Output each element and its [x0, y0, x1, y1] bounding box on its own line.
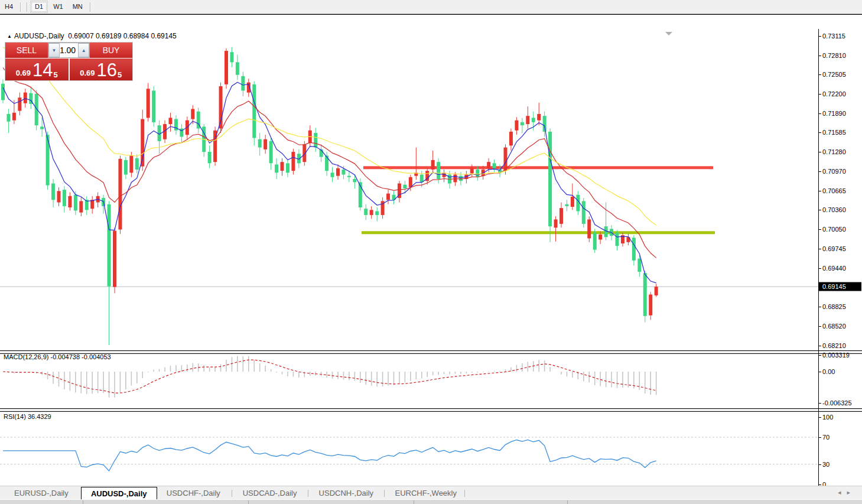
tab-audusddaily[interactable]: AUDUSD-,Daily: [81, 487, 157, 500]
rsi-axis-tick: [819, 485, 821, 485]
macd-panel-canvas[interactable]: [0, 353, 818, 408]
candle: [236, 55, 239, 80]
candle-body: [108, 204, 111, 287]
tab-usdcaddaily[interactable]: USDCAD-,Daily: [233, 487, 307, 499]
candle-body: [63, 190, 66, 206]
candle: [63, 186, 66, 213]
candle-body: [515, 121, 518, 131]
chart-title: ▲AUDUSD-,Daily 0.69007 0.69189 0.68984 0…: [7, 32, 177, 40]
timeframe-button-w1[interactable]: W1: [49, 1, 67, 12]
sell-button[interactable]: SELL: [5, 43, 48, 58]
candle-body: [375, 211, 379, 214]
chart-symbol-label: AUDUSD-,Daily: [14, 32, 64, 40]
status-divider: [567, 500, 568, 504]
candle-body: [526, 116, 529, 124]
price-axis-tick: [819, 326, 821, 327]
macd-axis-label: 0.00: [822, 368, 835, 375]
price-axis-label: 0.70970: [822, 168, 846, 175]
candle-body: [632, 238, 636, 260]
symbol-marker-icon: ▲: [7, 34, 12, 39]
candle: [370, 206, 373, 219]
price-axis-tick: [819, 56, 821, 56]
candle-body: [487, 162, 490, 168]
tab-scroll-left-icon[interactable]: ◂: [838, 489, 847, 496]
candle-body: [135, 158, 139, 170]
candle-body: [470, 168, 474, 174]
tab-eurchfweekly[interactable]: EURCHF-,Weekly: [386, 487, 467, 499]
candle: [587, 216, 591, 242]
candle: [29, 87, 32, 109]
price-axis-label: 0.70665: [822, 187, 846, 194]
candle-body: [79, 201, 83, 212]
candle-body: [269, 141, 273, 163]
candle: [18, 93, 21, 115]
buy-price-pip: 5: [118, 71, 122, 79]
tab-scroll-right-icon[interactable]: ▸: [847, 489, 856, 496]
candle-body: [593, 233, 597, 250]
candle-body: [258, 139, 262, 148]
tab-usdcnhdaily[interactable]: USDCNH-,Daily: [310, 487, 383, 499]
candle-body: [347, 176, 351, 177]
candle-body: [147, 89, 150, 118]
tab-eurusddaily[interactable]: EURUSD-,Daily: [5, 487, 78, 499]
current-price-tag: 0.69145: [819, 282, 861, 291]
candle-body: [191, 109, 194, 119]
volume-decrease-icon[interactable]: ▼: [48, 43, 60, 57]
macd-axis-label: 0.003319: [822, 352, 850, 359]
timeframe-button-mn[interactable]: MN: [69, 1, 87, 12]
candle: [336, 164, 340, 180]
autoscroll-marker-icon[interactable]: [665, 32, 672, 35]
candle: [548, 129, 552, 242]
buy-price-prefix: 0.69: [80, 67, 95, 79]
candle: [124, 157, 128, 179]
candle-body: [113, 231, 116, 287]
macd-signal-line: [3, 360, 656, 393]
timeframe-button-h4[interactable]: H4: [1, 1, 17, 12]
price-axis-label: 0.71280: [822, 148, 846, 155]
candle-body: [225, 51, 228, 84]
timeframe-button-d1[interactable]: D1: [30, 1, 48, 13]
candle: [118, 155, 122, 233]
candle: [79, 197, 83, 216]
price-axis-tick: [819, 210, 821, 210]
rsi-axis-label: 70: [822, 434, 830, 441]
volume-stepper: ▼ 1.00 ▲: [48, 43, 90, 58]
volume-increase-icon[interactable]: ▲: [78, 43, 89, 57]
volume-input[interactable]: 1.00: [60, 43, 78, 57]
candle: [291, 149, 295, 175]
candle-body: [548, 132, 552, 226]
candle: [197, 108, 200, 133]
macd-axis-tick: [819, 403, 821, 404]
price-axis-tick: [819, 268, 821, 269]
candle: [269, 138, 273, 170]
price-axis-label: 0.72810: [822, 52, 846, 59]
candle: [621, 233, 624, 247]
candle-body: [124, 160, 128, 175]
price-axis-label: 0.69440: [822, 265, 846, 272]
candle-body: [420, 175, 424, 183]
price-axis-label: 0.70360: [822, 206, 846, 213]
buy-button[interactable]: BUY: [90, 43, 132, 58]
candle-body: [643, 273, 647, 316]
candle-body: [403, 185, 406, 188]
toolbar-separator: [20, 2, 21, 12]
sell-price-panel[interactable]: 0.69 14 5: [5, 58, 69, 80]
tab-usdchfdaily[interactable]: USDCHF-,Daily: [157, 487, 230, 499]
candle-body: [281, 162, 284, 171]
status-divider: [83, 500, 83, 504]
candle: [174, 115, 178, 135]
tab-scroll-arrows[interactable]: ◂▸: [838, 489, 856, 496]
rsi-axis-label: 30: [822, 461, 830, 468]
rsi-line: [3, 440, 656, 471]
candle: [554, 216, 558, 242]
candle-body: [616, 233, 619, 246]
toolbar-separator: [27, 2, 27, 12]
tab-separator: [384, 490, 385, 497]
candle-body: [604, 226, 608, 237]
candle: [308, 125, 312, 147]
candle: [616, 230, 619, 251]
rsi-panel-canvas[interactable]: [0, 411, 818, 487]
buy-price-panel[interactable]: 0.69 16 5: [70, 58, 133, 80]
price-axis-label: 0.68210: [822, 342, 846, 349]
price-axis-label: 0.73115: [822, 32, 845, 40]
